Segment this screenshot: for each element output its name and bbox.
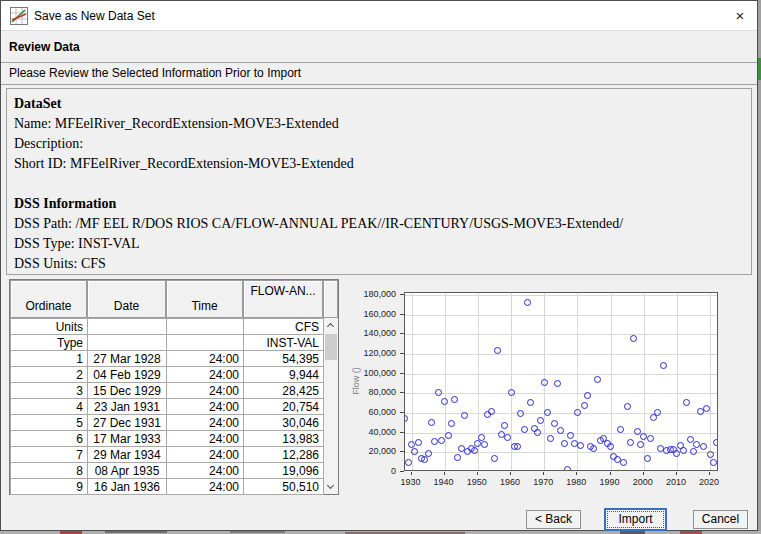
- dataset-name-line: Name: MFEelRiver_RecordExtension-MOVE3-E…: [14, 114, 751, 134]
- x-tick-label: 2020: [692, 477, 726, 487]
- data-point: [707, 451, 714, 458]
- table-cell[interactable]: [88, 319, 167, 335]
- column-header-flow-an[interactable]: FLOW-AN...: [243, 280, 323, 318]
- y-tick-label: 100,000: [354, 368, 396, 378]
- y-tick-label: 20,000: [354, 446, 396, 456]
- dss-type-line: DSS Type: INST-VAL: [14, 234, 751, 254]
- table-cell[interactable]: CFS: [244, 319, 324, 335]
- table-cell[interactable]: Units: [11, 319, 88, 335]
- data-point: [683, 399, 690, 406]
- title-bar[interactable]: Save as New Data Set ×: [1, 1, 757, 31]
- scroll-up-icon[interactable]: [324, 318, 338, 333]
- table-cell[interactable]: 6: [11, 431, 88, 447]
- table-cell[interactable]: 9: [11, 479, 88, 495]
- table-cell[interactable]: 24:00: [167, 399, 244, 415]
- table-cell[interactable]: 04 Feb 1929: [88, 367, 167, 383]
- column-header-ordinate[interactable]: Ordinate: [10, 280, 87, 318]
- table-cell[interactable]: 24:00: [167, 479, 244, 495]
- column-header-date[interactable]: Date: [87, 280, 166, 318]
- table-cell[interactable]: INST-VAL: [244, 335, 324, 351]
- table-cell[interactable]: 16 Jan 1936: [88, 479, 167, 495]
- data-point: [690, 448, 697, 455]
- table-cell[interactable]: 5: [11, 415, 88, 431]
- y-tick: [400, 392, 404, 393]
- table-cell[interactable]: 15 Dec 1929: [88, 383, 167, 399]
- instruction-text: Please Review the Selected Information P…: [9, 66, 301, 80]
- data-point: [607, 443, 614, 450]
- table-cell[interactable]: 24:00: [167, 383, 244, 399]
- table-cell[interactable]: 12,286: [244, 447, 324, 463]
- gridline: [405, 393, 717, 394]
- gridline: [405, 354, 717, 355]
- table-row: 617 Mar 193324:0013,983: [11, 431, 324, 447]
- screen: Save as New Data Set × Review Data Pleas…: [0, 0, 761, 534]
- x-tick: [543, 472, 544, 475]
- table-cell[interactable]: 24:00: [167, 447, 244, 463]
- x-tick-label: 1990: [593, 477, 627, 487]
- import-button[interactable]: Import: [604, 508, 667, 531]
- cancel-button[interactable]: Cancel: [693, 510, 748, 529]
- data-point: [680, 447, 687, 454]
- table-cell[interactable]: 23 Jan 1931: [88, 399, 167, 415]
- data-point: [627, 439, 634, 446]
- table-cell[interactable]: 20,754: [244, 399, 324, 415]
- flow-scatter-chart: Flow () 19301940195019601970198019902000…: [341, 279, 757, 501]
- table-row: 315 Dec 192924:0028,425: [11, 383, 324, 399]
- table-cell[interactable]: 08 Apr 1935: [88, 463, 167, 479]
- table-cell[interactable]: 24:00: [167, 351, 244, 367]
- data-point: [521, 426, 528, 433]
- table-cell[interactable]: 54,395: [244, 351, 324, 367]
- table-cell[interactable]: 30,046: [244, 415, 324, 431]
- vertical-scrollbar[interactable]: [323, 318, 338, 494]
- data-point: [435, 389, 442, 396]
- table-cell[interactable]: [167, 319, 244, 335]
- table-cell[interactable]: 8: [11, 463, 88, 479]
- table-cell[interactable]: 24:00: [167, 431, 244, 447]
- data-point: [461, 412, 468, 419]
- y-tick: [400, 314, 404, 315]
- back-button[interactable]: < Back: [526, 510, 581, 529]
- scrollbar-thumb[interactable]: [325, 334, 337, 360]
- table-cell[interactable]: 7: [11, 447, 88, 463]
- table-cell[interactable]: [167, 335, 244, 351]
- y-tick: [400, 333, 404, 334]
- table-row: 127 Mar 192824:0054,395: [11, 351, 324, 367]
- data-point: [634, 428, 641, 435]
- table-cell[interactable]: 1: [11, 351, 88, 367]
- table-cell[interactable]: 19,096: [244, 463, 324, 479]
- table-cell[interactable]: Type: [11, 335, 88, 351]
- table-cell[interactable]: 24:00: [167, 463, 244, 479]
- x-tick: [576, 472, 577, 475]
- y-tick: [400, 294, 404, 295]
- table-cell[interactable]: 24:00: [167, 415, 244, 431]
- data-point: [630, 335, 637, 342]
- table-row: 527 Dec 193124:0030,046: [11, 415, 324, 431]
- data-point: [514, 443, 521, 450]
- close-icon[interactable]: ×: [727, 1, 753, 31]
- table-cell[interactable]: 4: [11, 399, 88, 415]
- table-cell[interactable]: 13,983: [244, 431, 324, 447]
- x-tick-label: 1970: [526, 477, 560, 487]
- table-cell[interactable]: 2: [11, 367, 88, 383]
- column-header-time[interactable]: Time: [166, 280, 243, 318]
- y-tick-label: 140,000: [354, 328, 396, 338]
- table-cell[interactable]: 28,425: [244, 383, 324, 399]
- table-cell[interactable]: [88, 335, 167, 351]
- x-tick-label: 2010: [659, 477, 693, 487]
- y-tick: [400, 412, 404, 413]
- table-cell[interactable]: 50,510: [244, 479, 324, 495]
- scroll-down-icon[interactable]: [324, 479, 338, 494]
- table-cell[interactable]: 29 Mar 1934: [88, 447, 167, 463]
- table-cell[interactable]: 27 Mar 1928: [88, 351, 167, 367]
- table-cell[interactable]: 17 Mar 1933: [88, 431, 167, 447]
- data-point: [574, 409, 581, 416]
- import-button-label: Import: [607, 511, 664, 528]
- table-cell[interactable]: 3: [11, 383, 88, 399]
- table-cell[interactable]: 24:00: [167, 367, 244, 383]
- data-point: [620, 459, 627, 466]
- data-point: [637, 441, 644, 448]
- gridline: [405, 295, 717, 296]
- table-cell[interactable]: 9,944: [244, 367, 324, 383]
- table-cell[interactable]: 27 Dec 1931: [88, 415, 167, 431]
- background-speck: [105, 531, 167, 533]
